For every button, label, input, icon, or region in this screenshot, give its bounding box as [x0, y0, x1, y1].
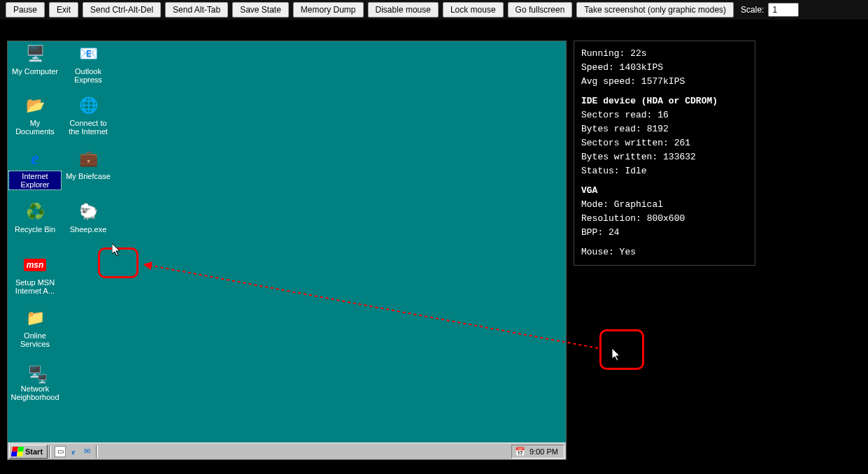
desktop-icon-setup-msn[interactable]: msnSetup MSN Internet A... — [9, 254, 61, 296]
cursor-icon — [612, 348, 622, 362]
sectors-read-label: Sectors read: — [581, 110, 657, 120]
tray-clock: 9:00 PM — [529, 447, 558, 456]
icon-label: Connect to the Internet — [62, 118, 114, 136]
running-label: Running: — [581, 48, 630, 59]
my-documents-icon: 📂 — [24, 94, 46, 117]
desktop-icon-online-services[interactable]: 📁Online Services — [9, 307, 61, 349]
status-value: Idle — [625, 166, 646, 176]
system-tray[interactable]: 📅 9:00 PM — [511, 445, 564, 459]
mouse-value: Yes — [620, 247, 636, 257]
running-value: 22s — [630, 48, 646, 59]
msn-icon: msn — [24, 254, 46, 276]
exit-button[interactable]: Exit — [49, 2, 78, 17]
icon-label: Recycle Bin — [9, 224, 61, 234]
taskbar-separator — [49, 445, 51, 458]
icon-label: Setup MSN Internet A... — [9, 278, 61, 296]
resolution-label: Resolution: — [581, 213, 647, 224]
quick-launch-show-desktop[interactable]: ▭ — [55, 446, 66, 457]
icon-label: My Briefcase — [62, 171, 114, 181]
resolution-value: 800x600 — [647, 213, 685, 224]
desktop-icon-connect-internet[interactable]: 🌐Connect to the Internet — [62, 94, 114, 136]
save-state-button[interactable]: Save State — [232, 2, 289, 17]
avgspeed-value: 1577kIPS — [641, 76, 685, 87]
icon-label: My Computer — [9, 66, 61, 76]
send-alt-tab-button[interactable]: Send Alt-Tab — [165, 2, 228, 17]
speed-value: 1403kIPS — [620, 62, 663, 73]
bpp-value: 24 — [609, 227, 620, 238]
ide-header: IDE device (HDA or CDROM) — [581, 94, 748, 108]
icon-label: Network Neighborhood — [9, 384, 61, 402]
go-fullscreen-button[interactable]: Go fullscreen — [508, 2, 573, 17]
quick-launch: ▭ e ✉ — [52, 446, 94, 457]
my-briefcase-icon: 💼 — [77, 148, 99, 170]
memory-dump-button[interactable]: Memory Dump — [293, 2, 364, 17]
icon-label: Online Services — [9, 331, 61, 349]
bytes-read-label: Bytes read: — [581, 124, 647, 134]
take-screenshot-button[interactable]: Take screenshot (only graphic modes) — [576, 2, 734, 17]
desktop-icon-my-documents[interactable]: 📂My Documents — [9, 94, 61, 136]
mode-label: Mode: — [581, 199, 614, 210]
emulator-toolbar: Pause Exit Send Ctrl-Alt-Del Send Alt-Ta… — [0, 0, 868, 20]
taskbar-separator-2 — [96, 445, 98, 458]
desktop-icon-outlook-express[interactable]: 📧Outlook Express — [62, 43, 114, 85]
status-label: Status: — [581, 166, 625, 176]
vga-header: VGA — [581, 184, 748, 198]
scale-input[interactable] — [768, 3, 799, 17]
outlook-express-icon: 📧 — [77, 43, 99, 65]
vm-screen[interactable]: 🖥️My Computer📧Outlook Express📂My Documen… — [7, 41, 567, 460]
disable-mouse-button[interactable]: Disable mouse — [368, 2, 439, 17]
scale-label: Scale: — [741, 5, 764, 15]
quick-launch-outlook[interactable]: ✉ — [81, 446, 92, 457]
sectors-written-value: 261 — [674, 138, 690, 148]
desktop-icon-network-neighborhood[interactable]: 🖥️🖥️Network Neighborhood — [9, 360, 61, 402]
sectors-read-value: 16 — [657, 110, 669, 120]
recycle-bin-icon: ♻️ — [24, 201, 46, 223]
desktop-icon-sheep-exe[interactable]: 🐑Sheep.exe — [62, 201, 114, 234]
connect-internet-icon: 🌐 — [77, 94, 99, 117]
desktop-icon-my-computer[interactable]: 🖥️My Computer — [9, 43, 61, 76]
lock-mouse-button[interactable]: Lock mouse — [443, 2, 504, 17]
pause-button[interactable]: Pause — [6, 2, 45, 17]
sheep-exe-icon: 🐑 — [77, 201, 99, 223]
online-services-icon: 📁 — [24, 307, 46, 329]
icon-label: Outlook Express — [62, 66, 114, 85]
icon-label: My Documents — [9, 118, 61, 136]
start-label: Start — [25, 447, 43, 456]
desktop-icon-my-briefcase[interactable]: 💼My Briefcase — [62, 148, 114, 181]
windows-logo-icon — [11, 447, 24, 457]
status-panel: Running: 22s Speed: 1403kIPS Avg speed: … — [574, 41, 755, 266]
bpp-label: BPP: — [581, 227, 609, 238]
desktop-icon-recycle-bin[interactable]: ♻️Recycle Bin — [9, 201, 61, 234]
my-computer-icon: 🖥️ — [24, 43, 46, 65]
speed-label: Speed: — [581, 62, 620, 73]
sectors-written-label: Sectors written: — [581, 138, 674, 148]
desktop-icon-internet-explorer[interactable]: eInternet Explorer — [9, 148, 61, 189]
quick-launch-ie[interactable]: e — [68, 446, 79, 457]
annotation-box-target — [599, 329, 644, 370]
desktop[interactable]: 🖥️My Computer📧Outlook Express📂My Documen… — [8, 41, 566, 443]
taskbar: Start ▭ e ✉ 📅 9:00 PM — [8, 443, 566, 459]
mouse-label: Mouse: — [581, 247, 620, 257]
avgspeed-label: Avg speed: — [581, 76, 641, 87]
ie-icon: e — [24, 148, 46, 170]
send-ctrl-alt-del-button[interactable]: Send Ctrl-Alt-Del — [83, 2, 161, 17]
network-icon: 🖥️🖥️ — [24, 360, 46, 382]
start-button[interactable]: Start — [9, 445, 48, 459]
bytes-read-value: 8192 — [647, 124, 669, 134]
bytes-written-label: Bytes written: — [581, 152, 663, 162]
icon-label: Sheep.exe — [62, 224, 114, 234]
bytes-written-value: 133632 — [663, 152, 696, 162]
tray-icon[interactable]: 📅 — [515, 447, 525, 457]
icon-label: Internet Explorer — [9, 171, 61, 189]
mode-value: Graphical — [614, 199, 663, 210]
